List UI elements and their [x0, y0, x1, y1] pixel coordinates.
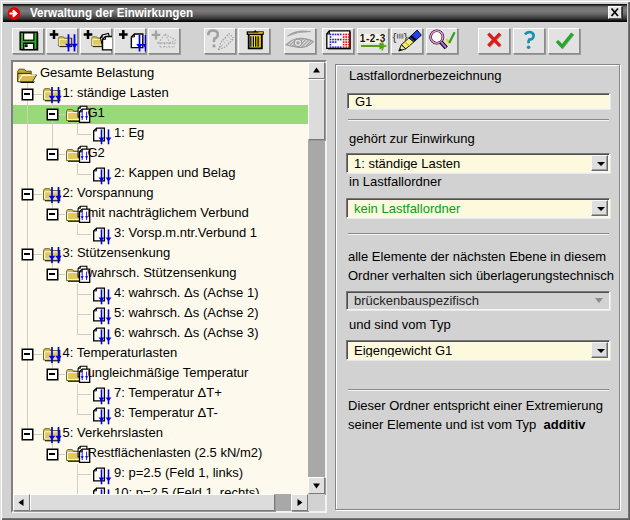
svg-text:{: {: [393, 31, 397, 43]
